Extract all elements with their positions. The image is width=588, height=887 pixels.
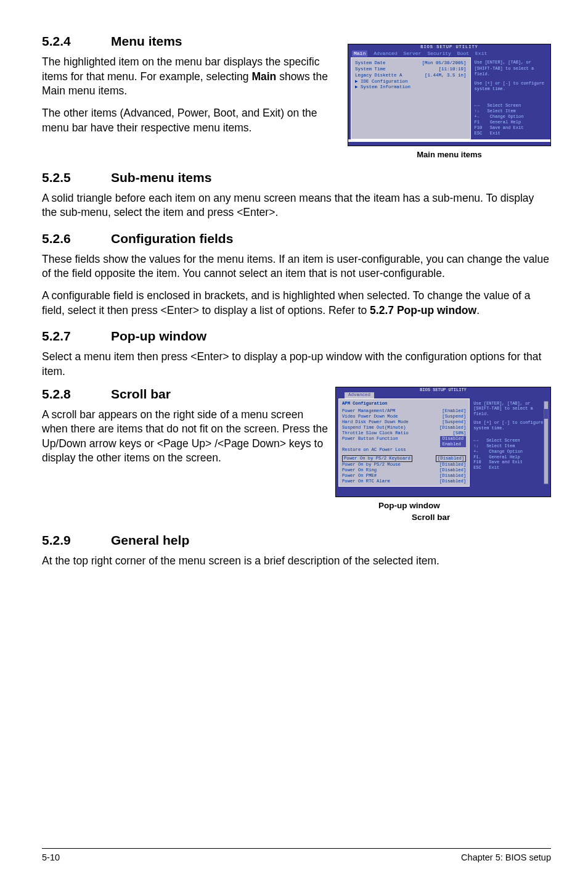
page-number: 5-10 (42, 852, 60, 862)
heading-526: 5.2.6Configuration fields (42, 231, 551, 246)
p-524-1: The highlighted item on the menu bar dis… (42, 55, 338, 99)
bios-apm-help: Use [ENTER], [TAB], or [SHIFT-TAB] to se… (470, 398, 550, 487)
fig2-scroll-caption: Scroll bar (412, 513, 551, 522)
heading-529: 5.2.9General help (42, 533, 551, 548)
page-footer: 5-10 Chapter 5: BIOS setup (42, 848, 551, 862)
chapter-label: Chapter 5: BIOS setup (461, 852, 551, 862)
fig1-caption: Main menu items (348, 150, 551, 159)
p-524-2: The other items (Advanced, Power, Boot, … (42, 106, 338, 135)
popup-options: DisabledEnabled (440, 436, 467, 447)
fig2-popup-caption: Pop-up window (378, 501, 551, 510)
p-527: Select a menu item then press <Enter> to… (42, 350, 551, 379)
p-529: At the top right corner of the menu scre… (42, 554, 551, 569)
scrollbar-icon (544, 401, 549, 484)
heading-525: 5.2.5Sub-menu items (42, 170, 551, 185)
bios-main-screenshot: BIOS SETUP UTILITY Main Advanced Server … (348, 44, 551, 146)
heading-527: 5.2.7Pop-up window (42, 329, 551, 344)
bios-apm-screenshot: BIOS SETUP UTILITY Advanced APM Configur… (335, 387, 551, 497)
p-526-1: These fields show the values for the men… (42, 252, 551, 281)
heading-524: 5.2.4Menu items (42, 34, 338, 49)
p-525: A solid triangle before each item on any… (42, 191, 551, 220)
bios-menubar: Main Advanced Server Security Boot Exit (348, 50, 550, 57)
p-526-2: A configurable field is enclosed in brac… (42, 289, 551, 318)
bios-help-panel: Use [ENTER], [TAB], or [SHIFT-TAB] to se… (471, 57, 550, 139)
bios-left-panel: System Date[Mon 05/30/2005] System Time[… (351, 57, 471, 139)
bios-apm-left: APM Configuration Power Management/APM[E… (338, 398, 470, 487)
